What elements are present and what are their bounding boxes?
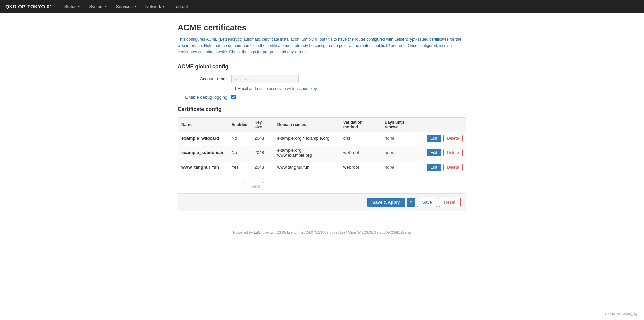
help-text: Email address to associate with account …	[238, 86, 318, 91]
main-content: ACME certificates This configures ACME (…	[171, 13, 473, 260]
footer-powered-by: Powered by	[233, 230, 254, 234]
action-bar-wrapper: Save & Apply ▾ Save Reset	[178, 193, 466, 211]
cell-key-size: 2048	[251, 161, 274, 174]
col-validation-method: Validation method	[340, 117, 381, 132]
cell-validation-method: dns	[340, 132, 381, 145]
edit-button-1[interactable]: Edit	[427, 149, 441, 156]
col-enabled: Enabled	[228, 117, 251, 132]
account-email-input[interactable]	[231, 75, 299, 83]
edit-button-0[interactable]: Edit	[427, 135, 441, 142]
cell-domain-names: www.tanghui.fun	[274, 161, 340, 174]
cell-name: example_subdomain	[178, 145, 228, 161]
chevron-down-icon: ▾	[134, 5, 136, 8]
cell-actions: Edit Delete	[423, 132, 466, 145]
page-title: ACME certificates	[178, 23, 466, 32]
cell-days-until-renewal: none	[381, 145, 423, 161]
nav-status-label: Status	[64, 4, 77, 9]
cell-domain-names: example.org *.example.org	[274, 132, 340, 145]
reset-button[interactable]: Reset	[439, 198, 461, 207]
global-config-title: ACME global config	[178, 64, 466, 70]
col-key-size: Key size	[251, 117, 274, 132]
chevron-down-icon: ▾	[105, 5, 107, 8]
footer-detail: openwrt-23.05 branch (git-24.073.29889-c…	[262, 230, 411, 234]
cert-config-title: Certificate config	[178, 106, 466, 112]
table-row: example_wildcard No 2048 example.org *.e…	[178, 132, 466, 145]
cell-validation-method: webroot	[340, 161, 381, 174]
cell-actions: Edit Delete	[423, 161, 466, 174]
page-footer: Powered by LuCI openwrt-23.05 branch (gi…	[178, 225, 466, 240]
save-apply-dropdown-button[interactable]: ▾	[407, 198, 415, 207]
cell-key-size: 2048	[251, 132, 274, 145]
cell-actions: Edit Delete	[423, 145, 466, 161]
navbar: QKD-OP-TOKYO-01 Status ▾ System ▾ Servic…	[0, 0, 644, 13]
account-email-label: Account email	[178, 76, 231, 81]
cell-validation-method: webroot	[340, 145, 381, 161]
cell-days-until-renewal: none	[381, 161, 423, 174]
info-icon: ℹ	[235, 86, 236, 91]
col-name: Name	[178, 117, 228, 132]
page-description: This configures ACME (Letsencrypt) autom…	[178, 36, 466, 56]
add-cert-input[interactable]	[178, 182, 245, 190]
footer-luci-link[interactable]: LuCI	[254, 230, 261, 234]
nav-item-status[interactable]: Status ▾	[60, 1, 84, 12]
action-bar: Save & Apply ▾ Save Reset	[178, 193, 466, 211]
cell-name: www_tanghui_fun	[178, 161, 228, 174]
navbar-brand: QKD-OP-TOKYO-01	[5, 4, 52, 9]
delete-button-2[interactable]: Delete	[443, 164, 463, 171]
chevron-down-icon: ▾	[163, 5, 164, 8]
nav-services-label: Services	[116, 4, 133, 9]
save-button[interactable]: Save	[417, 198, 437, 207]
account-email-group: Account email	[178, 75, 466, 83]
cell-domain-names: example.org www.example.org	[274, 145, 340, 161]
col-domain-names: Domain names	[274, 117, 340, 132]
cert-config-section: Certificate config Name Enabled Key size…	[178, 106, 466, 193]
col-days-until-renewal: Days until renewal	[381, 117, 423, 132]
nav-item-system[interactable]: System ▾	[85, 1, 111, 12]
delete-button-0[interactable]: Delete	[443, 135, 463, 142]
add-cert-button[interactable]: Add	[248, 182, 264, 190]
add-cert-row: Add	[178, 179, 466, 193]
nav-item-logout[interactable]: Log out	[170, 1, 192, 12]
table-row: example_subdomain No 2048 example.org ww…	[178, 145, 466, 161]
save-apply-button[interactable]: Save & Apply	[367, 198, 405, 207]
nav-item-network[interactable]: Network ▾	[141, 1, 168, 12]
chevron-down-icon: ▾	[78, 5, 80, 8]
nav-logout-label: Log out	[174, 4, 188, 9]
account-email-help: ℹ Email address to associate with accoun…	[235, 86, 466, 91]
cell-key-size: 2048	[251, 145, 274, 161]
debug-logging-checkbox[interactable]	[231, 95, 236, 99]
delete-button-1[interactable]: Delete	[443, 149, 463, 156]
nav-system-label: System	[89, 4, 104, 9]
cell-enabled: Yes	[228, 161, 251, 174]
nav-item-services[interactable]: Services ▾	[112, 1, 140, 12]
cell-days-until-renewal: none	[381, 132, 423, 145]
debug-logging-label: Enable debug logging	[178, 95, 231, 100]
nav-network-label: Network	[145, 4, 161, 9]
table-row: www_tanghui_fun Yes 2048 www.tanghui.fun…	[178, 161, 466, 174]
nav-items: Status ▾ System ▾ Services ▾ Network ▾ L…	[60, 1, 192, 12]
col-actions	[423, 117, 466, 132]
debug-logging-group: Enable debug logging	[178, 95, 466, 100]
cell-enabled: No	[228, 132, 251, 145]
cell-enabled: No	[228, 145, 251, 161]
edit-button-2[interactable]: Edit	[427, 164, 441, 171]
cert-table: Name Enabled Key size Domain names Valid…	[178, 117, 466, 174]
cell-name: example_wildcard	[178, 132, 228, 145]
